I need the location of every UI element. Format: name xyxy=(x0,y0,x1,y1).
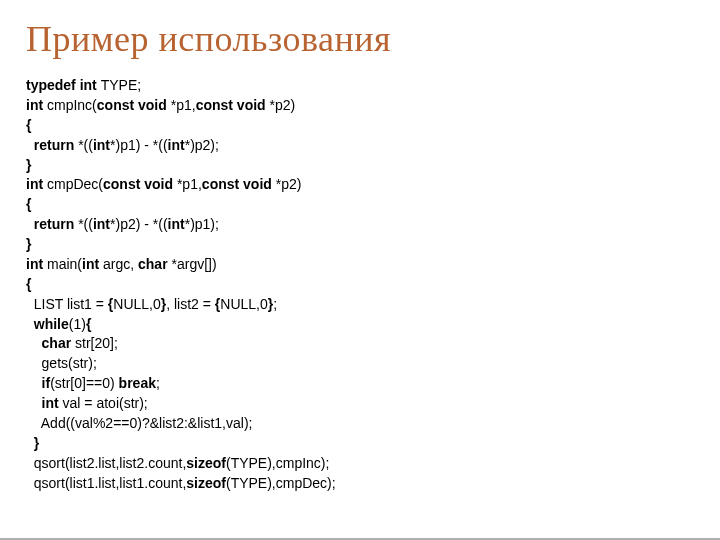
code-line: return *((int*)p2) - *((int*)p1); xyxy=(26,216,219,232)
code-line: typedef int TYPE; xyxy=(26,77,141,93)
code-block: typedef int TYPE; int cmpInc(const void … xyxy=(26,76,694,493)
code-line: } xyxy=(26,236,31,252)
code-line: LIST list1 = {NULL,0}, list2 = {NULL,0}; xyxy=(26,296,277,312)
slide: Пример использования typedef int TYPE; i… xyxy=(0,0,720,540)
code-line: int main(int argc, char *argv[]) xyxy=(26,256,217,272)
code-line: int cmpInc(const void *p1,const void *p2… xyxy=(26,97,295,113)
code-line: } xyxy=(26,435,39,451)
code-line: qsort(list1.list,list1.count,sizeof(TYPE… xyxy=(26,475,336,491)
code-line: int cmpDec(const void *p1,const void *p2… xyxy=(26,176,301,192)
code-line: Add((val%2==0)?&list2:&list1,val); xyxy=(26,415,252,431)
code-line: } xyxy=(26,157,31,173)
code-line: qsort(list2.list,list2.count,sizeof(TYPE… xyxy=(26,455,329,471)
code-line: { xyxy=(26,276,31,292)
code-line: return *((int*)p1) - *((int*)p2); xyxy=(26,137,219,153)
code-line: { xyxy=(26,117,31,133)
code-line: if(str[0]==0) break; xyxy=(26,375,160,391)
code-line: char str[20]; xyxy=(26,335,118,351)
code-line: int val = atoi(str); xyxy=(26,395,148,411)
slide-title: Пример использования xyxy=(26,18,694,60)
code-line: gets(str); xyxy=(26,355,97,371)
code-line: { xyxy=(26,196,31,212)
code-line: while(1){ xyxy=(26,316,91,332)
